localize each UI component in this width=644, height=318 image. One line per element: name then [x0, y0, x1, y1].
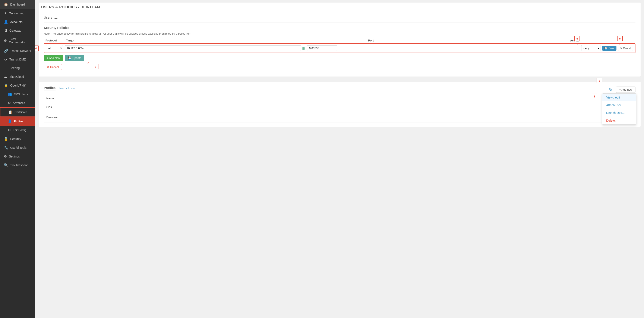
users-section-header: Users ☰	[44, 15, 636, 20]
config-icon: ⚙	[8, 128, 11, 132]
annotation-3: 3	[592, 94, 597, 99]
context-menu-delete[interactable]: Delete...	[602, 117, 636, 124]
tab-profiles[interactable]: Profiles	[44, 86, 56, 90]
annotation-2: 2	[596, 78, 602, 83]
port-input[interactable]	[307, 45, 337, 51]
annotation-4: 4	[35, 46, 39, 51]
grid-icon[interactable]: ▦	[302, 46, 305, 50]
users-policies-card: USERS & POLICIES - DEV-TEAM Users ☰ Secu…	[39, 3, 640, 77]
arrows-icon: ↔	[4, 66, 7, 70]
ops-name: Ops	[46, 105, 52, 109]
cancel-button[interactable]: ✕ Cancel	[44, 64, 62, 70]
sidebar-label-transit-dmz: Transit DMZ	[10, 58, 26, 61]
sidebar-item-transit-network[interactable]: 🔗 Transit Network	[0, 46, 35, 55]
table-row-devteam: Dev-team ⋮	[44, 112, 636, 122]
sidebar-label-edit-config: Edit Config	[13, 128, 26, 132]
sidebar-item-openvpn[interactable]: 🔒 OpenVPN®	[0, 81, 35, 90]
sidebar-item-edit-config[interactable]: ⚙ Edit Config	[0, 126, 35, 134]
sidebar-label-openvpn: OpenVPN®	[10, 84, 26, 87]
sidebar-label-onboarding: Onboarding	[9, 12, 24, 15]
sidebar-item-gateway[interactable]: 🖥 Gateway	[0, 26, 35, 35]
sidebar-item-troubleshoot[interactable]: 🔍 Troubleshoot	[0, 161, 35, 169]
sidebar-label-gateway: Gateway	[10, 29, 21, 32]
link-icon: 🔗	[4, 49, 8, 53]
sidebar-item-transit-dmz[interactable]: 🛡 Transit DMZ	[0, 55, 35, 64]
sidebar-label-transit-network: Transit Network	[10, 49, 31, 53]
context-menu: 3 View / edit Attach user... Detach user…	[602, 93, 636, 125]
sidebar-item-accounts[interactable]: 👤 Accounts	[0, 18, 35, 26]
sidebar-item-certificate[interactable]: 📋 Certificate 1	[0, 107, 35, 117]
sidebar-item-settings[interactable]: ⚙ Settings	[0, 152, 35, 161]
sidebar-item-security[interactable]: 🔒 Security	[0, 134, 35, 143]
sidebar-label-security: Security	[10, 137, 21, 141]
annotation-5: 5 ↓	[574, 36, 580, 46]
menu-icon: ☰	[54, 15, 58, 20]
sidebar-item-site2cloud[interactable]: ☁ Site2Cloud	[0, 72, 35, 81]
sidebar-item-vpn-users[interactable]: 👥 VPN Users	[0, 90, 35, 99]
cert-icon: 📋	[8, 110, 12, 114]
profiles-card: 2 Profiles Instuctions ↻ + Add new Name …	[39, 82, 640, 127]
context-menu-view-edit[interactable]: View / edit	[602, 94, 636, 101]
update-button[interactable]: 💾 Update	[65, 55, 84, 61]
main-content: USERS & POLICIES - DEV-TEAM Users ☰ Secu…	[35, 0, 644, 318]
policy-input-row: 4 all tcp udp ▦ deny allow	[44, 43, 636, 53]
person-icon: 👤	[4, 20, 8, 24]
port-header: Port	[368, 39, 374, 42]
protocol-select[interactable]: all tcp udp	[46, 45, 63, 51]
sidebar-label-troubleshoot: Troubleshoot	[10, 163, 28, 167]
cancel-inline-button[interactable]: ✕ Cancel	[618, 46, 633, 51]
save-button[interactable]: 💾 Save	[602, 46, 616, 51]
sidebar-item-tgw[interactable]: ⚙ TGW Orchestrator	[0, 35, 35, 46]
security-icon: 🔒	[4, 137, 8, 141]
add-new-button[interactable]: + Add New	[44, 55, 63, 61]
sidebar: 🏠 Dashboard ✈ Onboarding 👤 Accounts 🖥 Ga…	[0, 0, 35, 318]
save-cancel-row: 💾 Save ✕ Cancel	[602, 46, 633, 51]
tools-icon: 🔧	[4, 146, 8, 150]
sidebar-label-dashboard: Dashboard	[10, 3, 25, 6]
cancel-row: ✕ Cancel	[44, 64, 636, 70]
settings-icon: ⚙	[4, 154, 7, 158]
sidebar-label-certificate: Certificate	[14, 111, 27, 114]
profiles-right-buttons: ↻ + Add new	[607, 87, 636, 93]
gear-icon: ⚙	[4, 39, 7, 43]
target-input[interactable]	[65, 45, 301, 51]
sidebar-item-peering[interactable]: ↔ Peering	[0, 64, 35, 72]
save-icon: 💾	[604, 47, 608, 50]
protocol-header: Protocol	[46, 39, 57, 42]
shield-icon: 🛡	[4, 58, 7, 61]
sidebar-item-advanced[interactable]: ⚙ Advanced	[0, 99, 35, 107]
profile-icon: 👤	[8, 119, 12, 123]
action-select[interactable]: deny allow	[581, 45, 600, 51]
plane-icon: ✈	[4, 11, 6, 15]
sidebar-label-tgw: TGW Orchestrator	[9, 37, 32, 44]
target-input-group: ▦	[65, 45, 305, 51]
name-column-header: Name	[44, 95, 636, 102]
gear2-icon: ⚙	[8, 101, 11, 105]
monitor-icon: 🖥	[4, 29, 7, 33]
update-icon: 💾	[68, 57, 71, 60]
sidebar-label-accounts: Accounts	[10, 20, 23, 24]
users-label: Users	[44, 16, 52, 19]
tab-instructions[interactable]: Instuctions	[59, 86, 75, 90]
sidebar-label-advanced: Advanced	[13, 101, 25, 105]
sidebar-item-profiles[interactable]: 👤 Profiles	[0, 117, 35, 126]
profiles-header-row: Profiles Instuctions ↻ + Add new	[44, 86, 636, 93]
divider-1	[44, 22, 636, 23]
sidebar-item-dashboard[interactable]: 🏠 Dashboard	[0, 0, 35, 9]
annotation-7-label: 7	[93, 64, 98, 69]
add-new-profile-button[interactable]: + Add new	[616, 87, 636, 93]
sidebar-label-profiles: Profiles	[14, 120, 23, 123]
sidebar-item-onboarding[interactable]: ✈ Onboarding	[0, 9, 35, 18]
context-menu-attach-user[interactable]: Attach user...	[602, 101, 636, 109]
home-icon: 🏠	[4, 2, 8, 7]
group-icon: 👥	[8, 92, 12, 96]
cloud-icon: ☁	[4, 75, 7, 79]
security-policies-label: Security Policies	[44, 26, 636, 30]
context-menu-detach-user[interactable]: Detach user...	[602, 109, 636, 117]
page-title: USERS & POLICIES - DEV-TEAM	[41, 5, 638, 12]
refresh-button[interactable]: ↻	[607, 87, 614, 93]
profiles-tabs: Profiles Instuctions	[44, 86, 75, 90]
sidebar-item-useful-tools[interactable]: 🔧 Useful Tools	[0, 143, 35, 152]
lock-icon: 🔒	[4, 83, 8, 87]
sidebar-label-site2cloud: Site2Cloud	[10, 75, 24, 78]
